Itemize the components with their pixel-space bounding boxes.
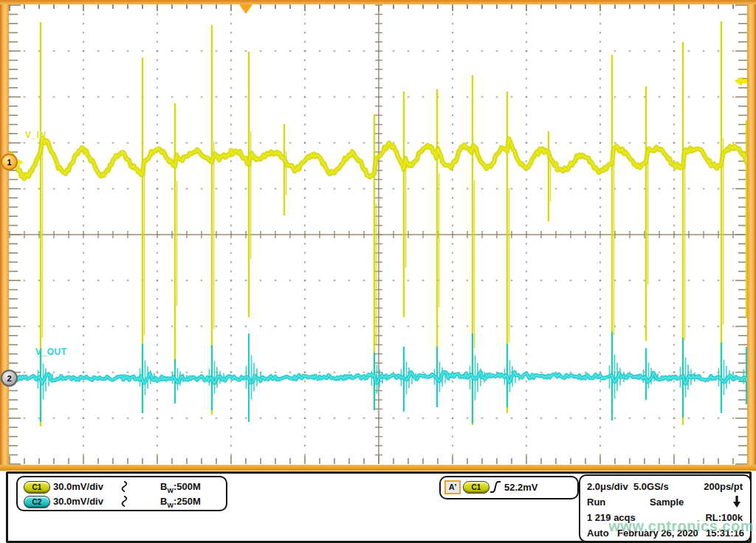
- channel-settings-box: C1 30.0mV/div BW:500M C2 30.0mV/div BW:2…: [16, 476, 227, 511]
- sample-rate: 5.0GS/s: [633, 481, 669, 492]
- ch1-marker-number: 1: [7, 158, 11, 167]
- oscilloscope-display: V_IN V_OUT 1 2: [0, 0, 756, 472]
- timebase-scale: 2.0μs/div: [587, 481, 628, 492]
- ch2-ac-coupling-icon: [121, 495, 130, 508]
- watermark: www.cntronics.com: [608, 518, 754, 535]
- ch1-scale: 30.0mV/div: [53, 481, 103, 492]
- trigger-source-badge[interactable]: A': [444, 480, 461, 494]
- display-frame-top: [0, 0, 756, 4]
- acq-mode: Sample: [650, 497, 684, 508]
- waveform-graticule-area: [0, 0, 756, 472]
- ch2-ground-marker[interactable]: 2: [1, 370, 18, 387]
- ch2-marker-number: 2: [7, 374, 11, 383]
- display-frame-bottom: [0, 465, 756, 471]
- ch2-bandwidth: BW:250M: [160, 496, 201, 511]
- ch1-badge[interactable]: C1: [24, 481, 50, 494]
- trigger-level-value: 52.2mV: [504, 482, 538, 493]
- acq-status: Run: [587, 497, 605, 508]
- rising-edge-icon: [489, 480, 501, 494]
- ch1-trace-label: V_IN: [25, 130, 47, 140]
- trigger-position-icon[interactable]: [239, 4, 252, 14]
- ch1-ac-coupling-icon: [121, 480, 130, 493]
- ch2-settings-row: C2 30.0mV/div BW:250M: [18, 494, 226, 508]
- trigger-readout-box[interactable]: A' C1 52.2mV: [439, 476, 579, 499]
- ch2-scale: 30.0mV/div: [53, 496, 103, 507]
- resolution: 200ps/pt: [704, 481, 743, 492]
- down-arrow-icon: [732, 495, 741, 508]
- trigger-level-icon[interactable]: [735, 77, 748, 86]
- display-frame-left: [0, 0, 9, 471]
- display-frame-right: [747, 0, 756, 471]
- trigger-channel-badge[interactable]: C1: [463, 481, 489, 494]
- trigger-mode: Auto: [587, 528, 609, 539]
- ch2-badge[interactable]: C2: [24, 496, 50, 508]
- ch1-ground-marker[interactable]: 1: [1, 153, 18, 170]
- ch2-trace-label: V_OUT: [35, 347, 67, 357]
- ch1-settings-row: C1 30.0mV/div BW:500M: [18, 480, 226, 494]
